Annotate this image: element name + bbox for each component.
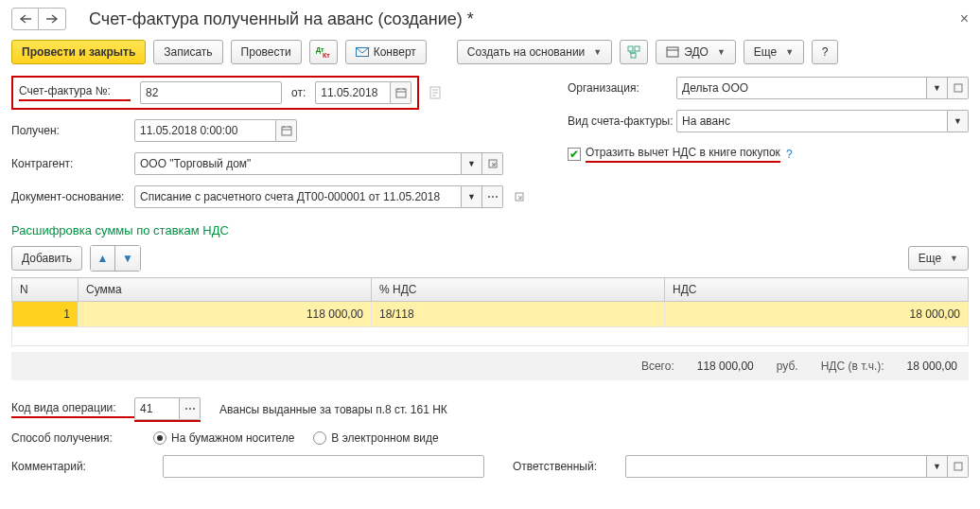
svg-rect-12	[954, 84, 962, 92]
post-button[interactable]: Провести	[231, 40, 302, 64]
opcode-description: Авансы выданные за товары п.8 ст. 161 НК	[219, 403, 447, 416]
svg-rect-5	[631, 53, 636, 58]
contractor-input[interactable]: ООО "Торговый дом"	[134, 152, 462, 175]
contractor-label: Контрагент:	[11, 157, 134, 170]
invoice-type-input[interactable]: На аванс	[676, 110, 948, 132]
total-value: 118 000,00	[697, 360, 754, 373]
vat-deduct-checkbox[interactable]	[568, 148, 581, 161]
table-empty	[12, 327, 969, 346]
vat-deduct-label: Отразить вычет НДС в книге покупок	[586, 146, 780, 163]
edo-button[interactable]: ЭДО▼	[656, 40, 736, 64]
invoice-date-input[interactable]: 11.05.2018	[315, 81, 391, 104]
ellipsis-icon[interactable]: ⋯	[180, 397, 201, 420]
open-icon[interactable]	[948, 77, 969, 99]
open-icon[interactable]	[509, 186, 530, 207]
dropdown-icon[interactable]: ▼	[462, 185, 482, 208]
dropdown-icon[interactable]: ▼	[462, 152, 482, 175]
dropdown-icon[interactable]: ▼	[927, 455, 948, 478]
organization-label: Организация:	[568, 81, 676, 95]
received-label: Получен:	[11, 124, 134, 137]
total-label: Всего:	[641, 360, 674, 373]
responsible-label: Ответственный:	[513, 460, 597, 473]
chevron-down-icon: ▼	[717, 47, 726, 57]
radio-paper[interactable]: На бумажном носителе	[153, 431, 294, 445]
from-label: от:	[291, 86, 306, 99]
structure-icon[interactable]	[620, 40, 648, 64]
save-button[interactable]: Записать	[153, 40, 222, 64]
basis-doc-input[interactable]: Списание с расчетного счета ДТ00-000001 …	[134, 185, 462, 208]
radio-electronic[interactable]: В электронном виде	[313, 431, 438, 445]
vat-value: 18 000,00	[907, 360, 957, 373]
col-rate[interactable]: % НДС	[372, 278, 665, 302]
main-toolbar: Провести и закрыть Записать Провести ДтК…	[11, 40, 969, 64]
svg-rect-4	[635, 46, 639, 51]
radio-icon	[153, 431, 166, 445]
chevron-down-icon: ▼	[593, 47, 602, 57]
more-button[interactable]: Еще▼	[744, 40, 804, 64]
open-icon[interactable]	[948, 455, 969, 478]
help-button[interactable]: ?	[812, 40, 838, 64]
help-link-icon[interactable]: ?	[786, 148, 793, 161]
ellipsis-icon[interactable]: ⋯	[482, 185, 503, 208]
chevron-down-icon: ▼	[785, 47, 794, 57]
received-input[interactable]: 11.05.2018 0:00:00	[134, 119, 276, 142]
comment-input[interactable]	[163, 455, 484, 478]
currency-label: руб.	[777, 360, 798, 373]
invoice-type-label: Вид счета-фактуры:	[568, 114, 676, 128]
svg-rect-6	[667, 47, 678, 57]
receipt-method-label: Способ получения:	[11, 431, 134, 445]
add-row-button[interactable]: Добавить	[11, 246, 82, 271]
basis-doc-label: Документ-основание:	[11, 190, 134, 203]
invoice-no-input[interactable]: 82	[140, 81, 282, 104]
doc-icon[interactable]	[425, 82, 446, 103]
organization-input[interactable]: Дельта ООО	[676, 77, 927, 99]
vat-label: НДС (в т.ч.):	[821, 360, 884, 373]
calendar-icon[interactable]	[276, 119, 297, 142]
envelope-button[interactable]: Конверт	[345, 40, 427, 64]
svg-rect-7	[396, 89, 406, 97]
move-down-button[interactable]: ▼	[115, 246, 140, 271]
comment-label: Комментарий:	[11, 460, 134, 473]
col-sum[interactable]: Сумма	[79, 278, 372, 302]
dropdown-icon[interactable]: ▼	[927, 77, 948, 99]
nav-back-button[interactable]	[12, 9, 39, 29]
vat-table: N Сумма % НДС НДС 1 118 000,00 18/118 18…	[11, 277, 969, 346]
calendar-icon[interactable]	[391, 81, 411, 104]
post-and-close-button[interactable]: Провести и закрыть	[11, 40, 146, 64]
opcode-input[interactable]: 41	[134, 397, 180, 420]
open-icon[interactable]	[482, 152, 503, 175]
nav-forward-button[interactable]	[39, 9, 65, 29]
svg-rect-3	[628, 46, 633, 51]
responsible-input[interactable]	[625, 455, 927, 478]
nav-buttons	[11, 8, 66, 30]
invoice-number-frame: Счет-фактура №: 82 от: 11.05.2018	[11, 76, 419, 110]
envelope-label: Конверт	[374, 45, 416, 59]
totals-bar: Всего: 118 000,00 руб. НДС (в т.ч.): 18 …	[11, 352, 969, 380]
svg-text:Кт: Кт	[323, 52, 330, 59]
svg-rect-9	[282, 127, 291, 135]
page-title: Счет-фактура полученный на аванс (создан…	[89, 9, 474, 29]
opcode-label: Код вида операции:	[11, 401, 134, 418]
table-more-button[interactable]: Еще▼	[908, 246, 969, 271]
section-title: Расшифровка суммы по ставкам НДС	[11, 223, 969, 237]
close-icon[interactable]: ×	[960, 10, 969, 27]
invoice-no-label: Счет-фактура №:	[19, 84, 131, 101]
col-vat[interactable]: НДС	[665, 278, 969, 302]
table-row[interactable]: 1 118 000,00 18/118 18 000,00	[12, 302, 969, 327]
create-based-on-button[interactable]: Создать на основании▼	[457, 40, 612, 64]
dropdown-icon[interactable]: ▼	[948, 110, 969, 132]
svg-rect-13	[954, 463, 962, 470]
col-n[interactable]: N	[12, 278, 79, 302]
move-up-button[interactable]: ▲	[91, 246, 115, 271]
dtkt-icon[interactable]: ДтКт	[309, 40, 338, 64]
radio-icon	[313, 431, 326, 445]
